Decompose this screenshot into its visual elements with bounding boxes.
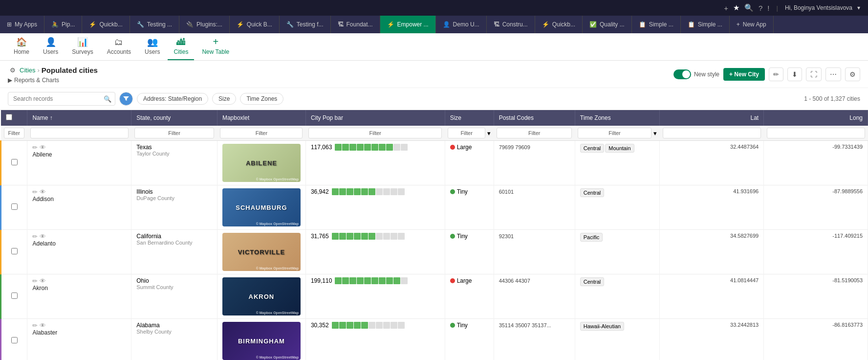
filter-active-button[interactable] xyxy=(119,92,133,106)
nav-home[interactable]: 🏠 Home xyxy=(8,33,35,60)
tab-testingf[interactable]: 🔧 Testing f... xyxy=(280,16,331,33)
tab-plugins[interactable]: 🔌 Plugins:... xyxy=(179,16,230,33)
map-thumbnail[interactable]: VICTORVILLE © Mapbox OpenStreetMap xyxy=(222,233,301,271)
row-eye-icon[interactable]: 👁 xyxy=(40,322,46,329)
row-checkbox[interactable] xyxy=(11,292,18,299)
filter-time-zones[interactable]: Time Zones xyxy=(240,93,283,105)
search-input[interactable] xyxy=(8,92,115,106)
nav-accounts[interactable]: 🗂 Accounts xyxy=(101,33,137,60)
tab-foundat[interactable]: 🏗 Foundat... xyxy=(331,16,380,33)
more-button[interactable]: ⋯ xyxy=(825,68,841,81)
pop-bar-segment xyxy=(379,277,386,284)
filter-input-lat[interactable] xyxy=(663,128,761,138)
th-city-pop-bar[interactable]: City Pop bar xyxy=(305,110,445,126)
plus-icon[interactable]: + xyxy=(724,4,728,12)
th-postal-codes[interactable]: Postal Codes xyxy=(494,110,575,126)
pop-bar-cell: 31,765 xyxy=(305,230,445,274)
filter-btn-pop[interactable]: Filter xyxy=(308,128,442,138)
nav-cities[interactable]: 🏙 Cities xyxy=(168,33,194,60)
tz-filter-dropdown-icon[interactable]: ▾ xyxy=(653,130,657,137)
reports-link[interactable]: ▶ Reports & Charts xyxy=(8,77,98,84)
tab-empower[interactable]: ⚡ Empower ... xyxy=(380,16,436,33)
city-name[interactable]: Akron xyxy=(32,285,47,292)
settings-button[interactable]: ⚙ xyxy=(845,68,860,81)
row-eye-icon[interactable]: 👁 xyxy=(40,144,46,151)
state-county-cell: California San Bernardino County xyxy=(131,230,217,274)
city-name[interactable]: Alabaster xyxy=(32,329,57,336)
settings-gear-button[interactable]: ⚙ xyxy=(8,65,18,76)
row-eye-icon[interactable]: 👁 xyxy=(40,233,46,240)
row-edit-icon[interactable]: ✏ xyxy=(32,277,38,285)
filter-state-region[interactable]: Address: State/Region xyxy=(137,93,208,105)
map-thumbnail[interactable]: AKRON © Mapbox OpenStreetMap xyxy=(222,277,301,315)
size-dot xyxy=(450,189,455,194)
tab-pip[interactable]: 🚴 Pip... xyxy=(44,16,82,33)
filter-size[interactable]: Size xyxy=(212,93,236,105)
user-label[interactable]: Hi, Boginya Ventsislavova xyxy=(785,4,852,11)
city-name[interactable]: Adelanto xyxy=(32,240,55,247)
city-name[interactable]: Abilene xyxy=(32,151,52,158)
time-zones-cell: Central xyxy=(575,274,660,319)
map-thumbnail[interactable]: SCHAUMBURG © Mapbox OpenStreetMap xyxy=(222,188,301,226)
alert-icon[interactable]: ! xyxy=(767,4,769,12)
row-edit-icon[interactable]: ✏ xyxy=(32,322,38,329)
tab-simple1[interactable]: 📋 Simple ... xyxy=(632,16,681,33)
tab-simple2[interactable]: 📋 Simple ... xyxy=(681,16,730,33)
row-eye-icon[interactable]: 👁 xyxy=(40,188,46,196)
nav-surveys[interactable]: 📊 Surveys xyxy=(66,33,99,60)
row-checkbox[interactable] xyxy=(11,159,18,165)
th-size[interactable]: Size xyxy=(445,110,494,126)
th-lat[interactable]: Lat xyxy=(660,110,764,126)
tab-constru[interactable]: 🏗 Constru... xyxy=(487,16,535,33)
expand-button[interactable]: ⛶ xyxy=(806,68,822,81)
tab-new-app[interactable]: + New App xyxy=(730,16,774,33)
search-icon[interactable]: 🔍 xyxy=(744,3,754,12)
row-edit-icon[interactable]: ✏ xyxy=(32,233,38,240)
nav-users2[interactable]: 👥 Users xyxy=(139,33,166,60)
nav-new-table[interactable]: + New Table xyxy=(196,32,235,60)
tab-quickb[interactable]: ⚡ Quick B... xyxy=(230,16,280,33)
th-long[interactable]: Long xyxy=(764,110,868,126)
filter-btn-postal[interactable]: Filter xyxy=(497,128,572,138)
city-name[interactable]: Addison xyxy=(32,196,53,202)
filter-btn-tz[interactable]: Filter xyxy=(578,128,651,138)
filter-input-name[interactable] xyxy=(30,128,129,138)
row-checkbox[interactable] xyxy=(11,203,18,210)
th-time-zones[interactable]: Time Zones xyxy=(575,110,660,126)
nav-users1[interactable]: 👤 Users xyxy=(37,33,64,60)
star-icon[interactable]: ★ xyxy=(733,3,739,12)
select-all-checkbox[interactable] xyxy=(6,114,12,120)
user-dropdown-icon[interactable]: ▾ xyxy=(857,4,860,11)
filter-button-main[interactable]: Filter xyxy=(4,128,24,138)
size-label: Large xyxy=(457,277,472,284)
size-filter-dropdown-icon[interactable]: ▾ xyxy=(487,130,491,137)
row-edit-icon[interactable]: ✏ xyxy=(32,188,38,196)
filter-btn-size[interactable]: Filter xyxy=(448,128,485,138)
row-checkbox[interactable] xyxy=(11,337,18,343)
filter-btn-map[interactable]: Filter xyxy=(220,128,303,138)
filter-btn-state[interactable]: Filter xyxy=(134,128,215,138)
download-button[interactable]: ⬇ xyxy=(787,68,802,81)
table-wrap[interactable]: Name ↑ State, county Mapboxlet City Pop … xyxy=(0,110,868,360)
help-icon[interactable]: ? xyxy=(759,4,762,12)
new-city-button[interactable]: + New City xyxy=(723,68,765,81)
new-style-toggle[interactable] xyxy=(673,69,691,79)
breadcrumb-parent[interactable]: Cities xyxy=(20,67,36,74)
lat-cell: 34.5827699 xyxy=(660,230,764,274)
row-checkbox[interactable] xyxy=(11,248,18,254)
row-eye-icon[interactable]: 👁 xyxy=(40,277,46,285)
th-state-county[interactable]: State, county xyxy=(131,110,217,126)
th-name[interactable]: Name ↑ xyxy=(27,110,131,126)
map-thumbnail[interactable]: BIRMINGHAM © Mapbox OpenStreetMap xyxy=(222,322,301,360)
edit-button[interactable]: ✏ xyxy=(769,68,783,81)
tab-demou[interactable]: 👤 Demo U... xyxy=(436,16,487,33)
tab-quickb1[interactable]: ⚡ Quickb... xyxy=(82,16,130,33)
map-thumbnail[interactable]: ABILENE © Mapbox OpenStreetMap xyxy=(222,144,301,182)
tab-testing1[interactable]: 🔧 Testing ... xyxy=(130,16,179,33)
tab-my-apps[interactable]: ⊞ My Apps xyxy=(0,16,44,33)
row-edit-icon[interactable]: ✏ xyxy=(32,144,38,151)
filter-input-long[interactable] xyxy=(767,128,865,138)
th-mapboxlet[interactable]: Mapboxlet xyxy=(217,110,305,126)
tab-quickb3[interactable]: ⚡ Quickb... xyxy=(535,16,583,33)
tab-quality[interactable]: ✅ Quality ... xyxy=(583,16,632,33)
